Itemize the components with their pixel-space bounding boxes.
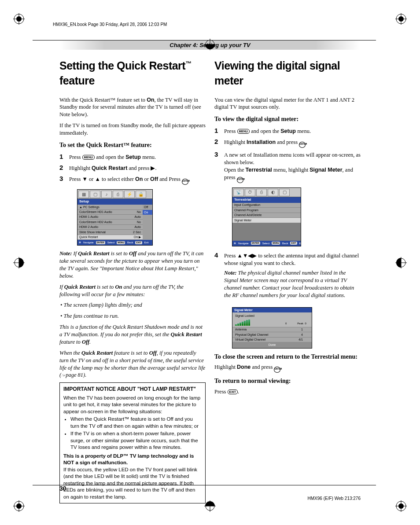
osd-row: ▲ PC Settings	[77, 205, 143, 209]
step-3: 3 A new set of Installation menu icons w…	[214, 150, 361, 183]
tab-icon: ⏱	[245, 189, 255, 196]
registration-mark-icon	[13, 257, 25, 268]
osd-title: Terrestrial	[232, 197, 301, 203]
exit-button-icon: EXIT	[228, 389, 238, 394]
tab-icon: ◐	[268, 189, 278, 196]
osd-row: Channel Program	[232, 208, 301, 213]
notice-bullet: When the Quick Restart™ feature is set t…	[70, 416, 202, 430]
registration-mark-icon	[395, 13, 407, 25]
tab-icon: ▢	[90, 191, 100, 198]
para: You can view the digital signal meter fo…	[214, 96, 361, 111]
note-bullet: • The screen (lamp) lights dimly; and	[65, 301, 206, 309]
para: With the Quick Restart™ feature set to O…	[59, 96, 206, 119]
registration-mark-icon	[13, 13, 25, 25]
registration-mark-icon	[204, 500, 216, 512]
trademark-symbol: ™	[185, 60, 192, 67]
tab-icon: ⎙	[256, 189, 267, 196]
subheading: To close the screen and return to the Te…	[214, 353, 361, 361]
book-header: HMX96_EN.book Page 30 Friday, April 28, …	[53, 22, 380, 27]
signal-bars-icon	[232, 319, 253, 327]
section-heading-quick-restart: Setting the Quick Restart™ feature	[59, 59, 206, 88]
step-3: 3 Press ▼ or ▲ to select either On or Of…	[59, 174, 206, 185]
notice-bullet: If the TV is on when a short-term power …	[70, 430, 202, 451]
note-text: Note: If Quick Restart is set to Off and…	[59, 250, 206, 280]
note-text: Note: The physical digital channel numbe…	[224, 269, 361, 299]
procedure-steps: 1 Press MENU and open the Setup menu. 2 …	[214, 126, 361, 183]
page-container: HMX96_EN.book Page 30 Friday, April 28, …	[0, 0, 420, 525]
osd-row: Antenna1	[232, 327, 312, 332]
heading-text: feature	[59, 74, 95, 87]
osd-row: HDMI 2 AudioAuto	[77, 225, 143, 230]
osd-tabs: 📡 ⏱ ⎙ ◐ ▢	[232, 188, 301, 197]
subheading: To view the digital signal meter:	[214, 115, 361, 124]
notice-para: If this occurs, the yellow LED on the TV…	[63, 466, 202, 501]
step-2: 2 Highlight Quick Restart and press ▶.	[59, 163, 206, 172]
tab-icon: 🔒	[136, 191, 146, 198]
enter-button-icon: ENTER	[274, 367, 280, 373]
osd-setup-menu: ▦ ▢ ♪ ⎙ ⚡ 🔒 Setup ▲ PC Settings ColorStr…	[77, 189, 153, 246]
left-column: Setting the Quick Restart™ feature With …	[59, 59, 206, 503]
osd-row-selected: Signal Meter	[232, 218, 301, 223]
procedure-steps: 1 Press MENU and open the Setup menu. 2 …	[59, 152, 206, 185]
tab-icon: ♪	[101, 191, 112, 198]
footer-code: HMX96 (E/F) Web 213:276	[308, 496, 361, 501]
footer-rule	[33, 485, 376, 485]
osd-signal-meter: Signal Meter Signal Locked 0 Peak 0 Ante…	[232, 307, 312, 349]
notice-strong: This is a property of DLP™ TV lamp techn…	[63, 453, 202, 466]
subheading: To set the Quick Restart™ feature:	[59, 141, 206, 150]
step-1: 1 Press MENU and open the Setup menu.	[214, 126, 361, 135]
tab-icon: ⚡	[124, 191, 135, 198]
registration-mark-icon	[13, 500, 25, 512]
step-2: 2 Highlight Installation and press ENTER…	[214, 137, 361, 148]
tab-icon: ⎙	[113, 191, 123, 198]
section-heading-signal-meter: Viewing the digital signal meter	[214, 59, 361, 88]
para: If the TV is turned on from Standby mode…	[59, 122, 206, 137]
registration-mark-icon	[204, 39, 216, 50]
osd-title: Setup	[77, 199, 152, 205]
content-columns: Setting the Quick Restart™ feature With …	[59, 59, 361, 503]
notice-para: When the TV has been powered on long eno…	[63, 395, 202, 415]
osd-navbar: ✥Navigate ENTERSelect MENUBack EXITExit	[232, 241, 301, 246]
page-number: 30	[59, 485, 66, 492]
osd-row: Slide Show Interval2 Sec	[77, 230, 143, 235]
tab-icon: ▢	[279, 189, 290, 196]
enter-button-icon: ENTER	[182, 179, 188, 185]
osd-options: Off On	[143, 205, 152, 240]
note-text: When the Quick Restart feature is set to…	[59, 349, 206, 379]
enter-button-icon: ENTER	[237, 177, 243, 183]
osd-row: Physical Digital Channel4	[232, 332, 312, 337]
osd-tabs: ▦ ▢ ♪ ⎙ ⚡ 🔒	[77, 190, 152, 199]
osd-row: Virtual Digital Channel4/1	[232, 337, 312, 342]
pointer-icon: ☞	[61, 372, 66, 379]
value-on: On	[147, 97, 154, 103]
step-1: 1 Press MENU and open the Setup menu.	[59, 152, 206, 161]
osd-row: ColorStream HD2 AudioNo	[77, 220, 143, 224]
heading-text: Setting the Quick Restart	[59, 59, 185, 72]
tab-icon: ▦	[78, 191, 89, 198]
important-notice-box: IMPORTANT NOTICE ABOUT "HOT LAMP RESTART…	[59, 382, 206, 503]
procedure-steps: 4 Press ▲▼◀▶ to select the antenna input…	[214, 251, 361, 303]
step-4: 4 Press ▲▼◀▶ to select the antenna input…	[214, 251, 361, 303]
osd-title: Signal Meter	[232, 308, 312, 312]
registration-mark-icon	[395, 500, 407, 512]
osd-done-button: Done	[232, 342, 312, 348]
para: Highlight Done and press ENTER.	[214, 363, 361, 373]
note-text: This is a function of the Quick Restart …	[59, 323, 206, 346]
osd-row: HDMI 1 AudioAuto	[77, 215, 143, 220]
osd-blank-area	[232, 223, 301, 241]
osd-row: Channel Add/Delete	[232, 213, 301, 218]
right-column: Viewing the digital signal meter You can…	[214, 59, 361, 503]
tab-icon: 📡	[233, 189, 244, 196]
osd-row: ColorStream HD1 AudioNo	[77, 210, 143, 215]
menu-button-icon: MENU	[82, 155, 95, 160]
para: Press EXIT.	[214, 388, 361, 396]
osd-row-selected: Quick RestartOn ▶	[77, 235, 143, 240]
osd-row: Input Configuration	[232, 203, 301, 208]
signal-locked-label: Signal Locked	[232, 312, 312, 319]
note-text: If Quick Restart is set to On and you tu…	[59, 283, 206, 298]
osd-navbar: ✥Navigate ENTERSelect MENUBack EXITExit	[77, 240, 152, 245]
note-bullet: • The fans continue to run.	[65, 312, 206, 320]
registration-mark-icon	[395, 257, 407, 268]
enter-button-icon: ENTER	[299, 142, 306, 148]
menu-button-icon: MENU	[237, 129, 250, 134]
